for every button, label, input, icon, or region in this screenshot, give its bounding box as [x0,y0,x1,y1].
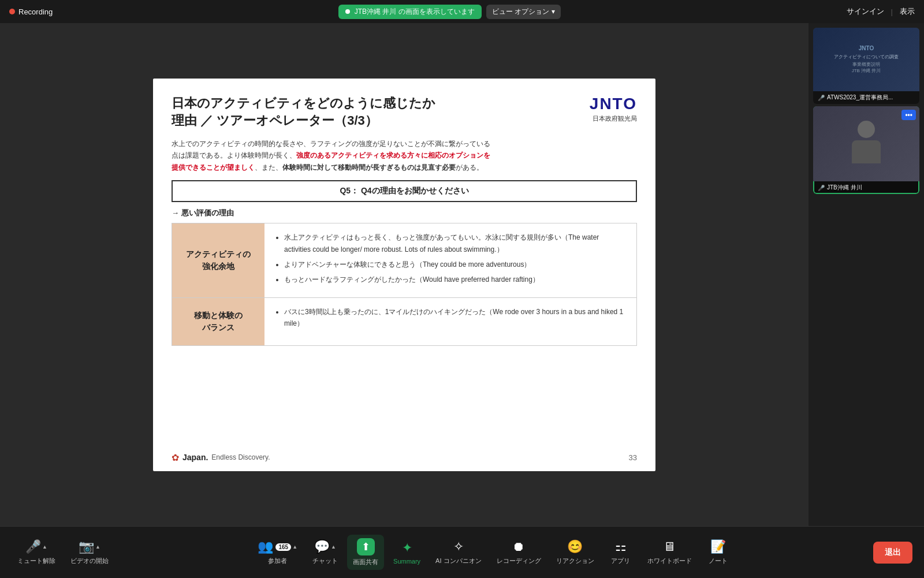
top-bar: Recording JTB沖縄 井川 の画面を表示しています ビュー オプション… [0,0,924,23]
sharing-banner: JTB沖縄 井川 の画面を表示しています [338,5,482,19]
list-item: 水上アクティビティはもっと長く、もっと強度があってもいい。水泳に関する規則が多い… [284,232,626,255]
bottom-toolbar: 🎤 ▲ ミュート解除 📷 ▲ ビデオの開始 👥 165 ▲ 参加者 💬 [0,526,924,578]
ai-companion-button[interactable]: ✧ AI コンパニオン [430,536,487,569]
participants-button[interactable]: 👥 165 ▲ 参加者 [252,536,303,569]
participant-card-1: JNTO アクティビティについての調査 事業概要説明 JTB 沖縄 井川 🎤 A… [813,28,919,104]
slide-header: 日本のアクティビティをどのように感じたか 理由 ／ ツアーオペレーター（3/3）… [172,95,637,130]
card-logo: JNTO アクティビティについての調査 事業概要説明 JTB 沖縄 井川 [830,42,902,77]
notes-icon: 📝 [710,539,726,554]
list-item: よりアドベンチャーな体験にできると思う（They could be more a… [284,259,626,270]
more-options-button[interactable]: ••• [901,110,916,120]
chat-icon: 💬 [314,539,330,554]
recording-indicator: Recording [9,8,53,16]
participant-name-bar-2: 🎤 JTB沖縄 井川 [813,181,919,194]
table-cell-content-2: バスに3時間以上も乗ったのに、1マイルだけのハイキングだった（We rode o… [264,298,636,345]
summary-label: Summary [393,558,420,565]
page-number: 33 [629,453,637,462]
mute-label: ミュート解除 [17,557,55,565]
sharing-text: JTB沖縄 井川 の画面を表示しています [355,7,475,17]
participants-icon: 👥 [258,539,273,554]
share-screen-icon: ⬆ [362,541,370,553]
notes-button[interactable]: 📝 ノート [701,536,736,569]
chat-button[interactable]: 💬 ▲ チャット [307,536,344,569]
notes-label: ノート [709,557,728,565]
top-right-actions: サインイン | 表示 [847,6,915,17]
table-cell-label-1: アクティビティの 強化余地 [172,223,264,297]
list-item: もっとハードなラフティングがしたかった（Would have preferred… [284,274,626,285]
chevron-down-icon: ▾ [552,8,555,16]
whiteboard-label: ホワイトボード [647,557,692,565]
recording-dot [9,9,15,14]
share-icon-wrapper: ⬆ [357,538,375,555]
whiteboard-icon: 🖥 [663,539,676,554]
microphone-off-icon: 🎤 [25,539,41,554]
table-cell-content-1: 水上アクティビティはもっと長く、もっと強度があってもいい。水泳に関する規則が多い… [264,223,636,297]
ai-icon: ✧ [453,539,464,554]
reaction-button[interactable]: 😊 リアクション [550,536,600,569]
participant-name-1: ATWS2023_運営事務局... [827,94,893,102]
summary-button[interactable]: ✦ Summary [388,537,426,568]
avatar-body [852,140,881,163]
sign-in-button[interactable]: サインイン [847,6,884,17]
toolbar-group-av: 🎤 ▲ ミュート解除 📷 ▲ ビデオの開始 [12,536,114,569]
leave-button[interactable]: 退出 [873,542,912,564]
participant-video-area-1: JNTO アクティビティについての調査 事業概要説明 JTB 沖縄 井川 [813,28,919,91]
summary-icon: ✦ [402,540,412,555]
slide-area: 日本のアクティビティをどのように感じたか 理由 ／ ツアーオペレーター（3/3）… [0,23,808,526]
slide-title: 日本のアクティビティをどのように感じたか 理由 ／ ツアーオペレーター（3/3） [172,95,435,130]
video-button[interactable]: 📷 ▲ ビデオの開始 [65,536,114,569]
jnto-logo: JNTO 日本政府観光局 [590,95,637,123]
video-caret: ▲ [95,544,100,550]
display-button[interactable]: 表示 [900,6,915,17]
apps-button[interactable]: ⚏ アプリ [603,536,638,569]
reaction-label: リアクション [556,557,594,565]
person-avatar [849,121,884,167]
right-panel: JNTO アクティビティについての調査 事業概要説明 JTB 沖縄 井川 🎤 A… [808,23,924,526]
avatar-head [858,121,875,138]
view-options-button[interactable]: ビュー オプション ▾ [486,5,561,19]
video-label: ビデオの開始 [70,557,109,565]
recording-toolbar-label: レコーディング [497,557,541,565]
slide-intro: 水上でのアクティビティの時間的な長さや、ラフティングの強度が足りないことが不満に… [172,138,637,173]
participants-badge: 165 [275,543,291,551]
participants-label: 参加者 [268,557,287,565]
question-box: Q5： Q4の理由をお聞かせください [172,180,637,202]
table-cell-label-2: 移動と体験の バランス [172,298,264,345]
share-screen-button[interactable]: ⬆ 画面共有 [347,535,384,570]
ai-label: AI コンパニオン [435,557,481,565]
japan-logo: ✿ Japan. Endless Discovery. [172,452,270,463]
chat-caret: ▲ [331,544,336,550]
whiteboard-button[interactable]: 🖥 ホワイトボード [642,536,698,569]
mute-button[interactable]: 🎤 ▲ ミュート解除 [12,536,61,569]
slide-footer: ✿ Japan. Endless Discovery. 33 [172,452,637,463]
main-area: 日本のアクティビティをどのように感じたか 理由 ／ ツアーオペレーター（3/3）… [0,23,924,526]
recording-button[interactable]: ⏺ レコーディング [491,536,547,569]
table-row: 移動と体験の バランス バスに3時間以上も乗ったのに、1マイルだけのハイキングだ… [172,298,636,345]
participant-name-bar-1: 🎤 ATWS2023_運営事務局... [813,91,919,104]
chat-label: チャット [312,557,338,565]
apps-icon: ⚏ [615,539,627,554]
mic-icon: 🎤 [818,95,825,101]
toolbar-group-right: 退出 [873,542,912,564]
mic-icon: 🎤 [818,185,825,191]
apps-label: アプリ [611,557,630,565]
table-row: アクティビティの 強化余地 水上アクティビティはもっと長く、もっと強度があっても… [172,223,636,298]
toolbar-group-center: 👥 165 ▲ 参加者 💬 ▲ チャット ⬆ 画面共有 ✦ Summary ✧ [252,535,735,570]
participant-video-area-2: ••• [813,106,919,181]
japan-flower-icon: ✿ [172,452,179,463]
video-off-icon: 📷 [79,539,94,554]
arrow-label: → 悪い評価の理由 [172,208,637,218]
share-label: 画面共有 [353,558,378,566]
list-item: バスに3時間以上も乗ったのに、1マイルだけのハイキングだった（We rode o… [284,306,626,330]
recording-label: Recording [18,8,53,16]
participant-name-2: JTB沖縄 井川 [827,184,862,192]
separator: | [891,8,893,16]
slide-table: アクティビティの 強化余地 水上アクティビティはもっと長く、もっと強度があっても… [172,223,637,346]
slide-content: 日本のアクティビティをどのように感じたか 理由 ／ ツアーオペレーター（3/3）… [153,79,655,471]
reaction-icon: 😊 [567,539,583,554]
mic-caret: ▲ [42,544,47,550]
participants-caret: ▲ [292,544,297,550]
sharing-dot [345,9,350,14]
recording-toolbar-icon: ⏺ [512,539,525,554]
participant-card-2: ••• 🎤 JTB沖縄 井川 [813,106,919,194]
